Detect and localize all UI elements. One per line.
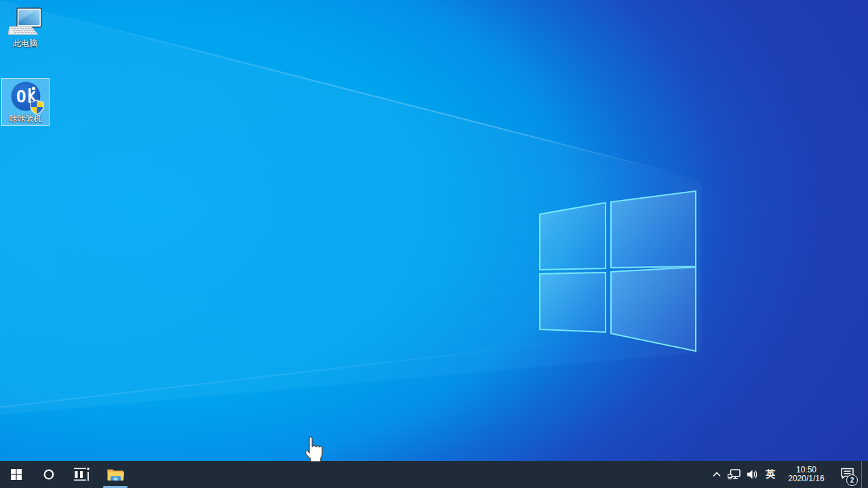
windows-logo-icon bbox=[11, 469, 22, 480]
tray-date: 2020/1/16 bbox=[788, 474, 824, 483]
search-button[interactable] bbox=[33, 461, 65, 488]
folder-icon bbox=[106, 466, 125, 483]
speaker-icon bbox=[747, 469, 758, 480]
action-center-button[interactable]: 2 bbox=[833, 461, 861, 488]
ethernet-icon bbox=[728, 469, 741, 480]
desktop-icon-label: 此电脑 bbox=[1, 39, 50, 48]
volume-tray-button[interactable] bbox=[743, 461, 761, 488]
ime-indicator[interactable]: 英 bbox=[761, 461, 780, 488]
start-button[interactable] bbox=[0, 461, 33, 488]
desktop-icon-kaka-installer[interactable]: 0 咔咔装机 bbox=[1, 78, 50, 126]
file-explorer-button[interactable] bbox=[99, 461, 132, 488]
chevron-up-icon bbox=[713, 472, 721, 477]
notification-badge: 2 bbox=[846, 474, 858, 486]
task-view-button[interactable] bbox=[65, 461, 98, 488]
desktop-wallpaper: 此电脑 0 bbox=[0, 0, 868, 461]
windows-wallpaper-logo bbox=[539, 190, 696, 352]
light-beam bbox=[0, 0, 868, 461]
task-view-icon bbox=[73, 466, 90, 483]
clock[interactable]: 10:50 2020/1/16 bbox=[780, 461, 833, 488]
search-circle-icon bbox=[43, 469, 54, 480]
taskbar: 英 10:50 2020/1/16 2 bbox=[0, 461, 868, 488]
svg-text:0: 0 bbox=[16, 86, 26, 106]
this-pc-icon bbox=[8, 7, 42, 38]
desktop-icon-this-pc[interactable]: 此电脑 bbox=[1, 7, 50, 48]
show-hidden-icons-button[interactable] bbox=[709, 461, 725, 488]
show-desktop-button[interactable] bbox=[861, 461, 868, 488]
desktop-icon-label: 咔咔装机 bbox=[2, 115, 49, 123]
light-ray bbox=[0, 0, 722, 186]
network-tray-button[interactable] bbox=[725, 461, 743, 488]
uac-shield-icon bbox=[30, 100, 44, 115]
system-tray: 英 10:50 2020/1/16 2 bbox=[709, 461, 868, 488]
